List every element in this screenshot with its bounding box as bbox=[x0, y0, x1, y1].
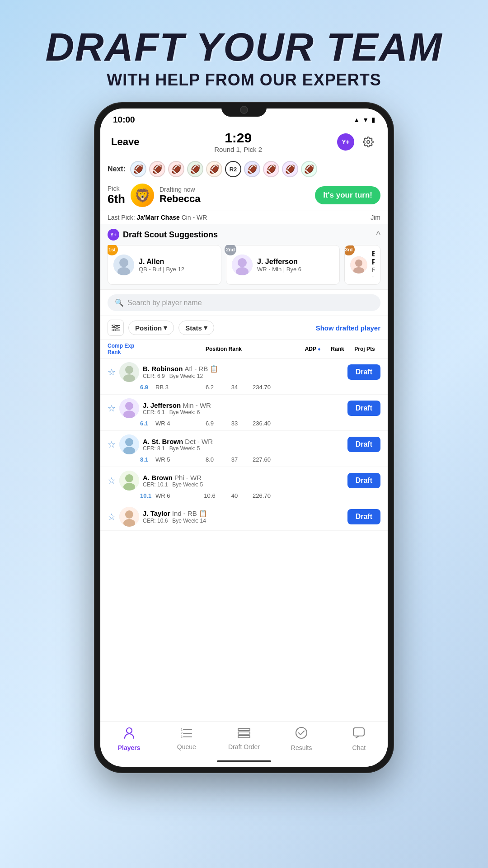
player-row-top-taylor: ☆ J. Taylor Ind - RB 📋 CER: 10.6 Bye Wee… bbox=[108, 507, 380, 527]
scout-card-3[interactable]: 3rd B. R... RB - bbox=[344, 245, 380, 285]
star-icon-abrown[interactable]: ☆ bbox=[108, 475, 116, 486]
player-cer-robinson: CER: 6.9 Bye Week: 12 bbox=[143, 373, 344, 379]
player-photo-robinson bbox=[119, 362, 139, 382]
svg-rect-39 bbox=[238, 732, 250, 734]
pick-info: Pick 6th bbox=[108, 185, 125, 206]
helmet-1[interactable]: 🏈 bbox=[130, 161, 146, 177]
star-icon-robinson[interactable]: ☆ bbox=[108, 367, 116, 377]
player-row-taylor: ☆ J. Taylor Ind - RB 📋 CER: 10.6 Bye Wee… bbox=[100, 503, 388, 531]
header-subtitle: WITH HELP FROM OUR EXPERTS bbox=[45, 71, 442, 90]
scout-player-name-3: B. R... bbox=[372, 250, 375, 266]
proj-robinson: 234.70 bbox=[246, 384, 277, 391]
helmet-8[interactable]: 🏈 bbox=[282, 161, 298, 177]
leave-button[interactable]: Leave bbox=[111, 136, 139, 148]
helmet-3[interactable]: 🏈 bbox=[168, 161, 184, 177]
svg-point-8 bbox=[355, 259, 362, 267]
wifi-icon: ▼ bbox=[362, 116, 369, 123]
status-icons: ▲ ▼ ▮ bbox=[353, 116, 375, 123]
players-label: Players bbox=[118, 744, 141, 751]
filter-icon-button[interactable] bbox=[108, 320, 124, 336]
player-list: ☆ B. Robinson Atl - RB 📋 CER: 6.9 Bye We… bbox=[100, 359, 388, 722]
player-main-jefferson: J. Jefferson Min - WR CER: 6.1 Bye Week:… bbox=[143, 401, 344, 415]
scout-player-details-3: RB - bbox=[372, 266, 375, 280]
round-info: Round 1, Pick 2 bbox=[214, 146, 262, 153]
position-chevron-icon: ▾ bbox=[164, 324, 167, 332]
helmet-2[interactable]: 🏈 bbox=[149, 161, 165, 177]
helmet-4[interactable]: 🏈 bbox=[187, 161, 203, 177]
header: DRAFT YOUR TEAM WITH HELP FROM OUR EXPER… bbox=[45, 27, 442, 90]
star-icon-jefferson[interactable]: ☆ bbox=[108, 403, 116, 414]
nav-icons: Y+ bbox=[337, 133, 377, 151]
player-team-robinson: Atl - RB bbox=[185, 365, 208, 373]
svg-text:3: 3 bbox=[181, 735, 183, 738]
camera bbox=[240, 106, 248, 114]
mascot-icon: 🦁 bbox=[131, 184, 154, 207]
player-name-taylor: J. Taylor Ind - RB 📋 bbox=[143, 509, 344, 518]
bottom-nav: Players 1 2 3 Queue bbox=[100, 722, 388, 758]
nav-results[interactable]: Results bbox=[283, 726, 319, 751]
player-row-top-stbrown: ☆ A. St. Brown Det - WR CER: 8.1 Bye Wee… bbox=[108, 434, 380, 454]
queue-label: Queue bbox=[177, 743, 196, 750]
show-drafted-button[interactable]: Show drafted player bbox=[316, 324, 380, 332]
helmet-5[interactable]: 🏈 bbox=[206, 161, 222, 177]
gear-button[interactable] bbox=[360, 133, 377, 151]
rank-badge-1: 1st bbox=[108, 245, 118, 255]
draft-button-stbrown[interactable]: Draft bbox=[347, 437, 380, 452]
stats-filter-button[interactable]: Stats ▾ bbox=[178, 321, 214, 335]
pick-label: Pick bbox=[108, 185, 119, 192]
collapse-button[interactable]: ^ bbox=[376, 230, 380, 240]
nav-players[interactable]: Players bbox=[111, 726, 147, 751]
proj-jefferson: 236.40 bbox=[246, 420, 277, 427]
proj-stbrown: 227.60 bbox=[246, 456, 277, 463]
next-label: Next: bbox=[108, 165, 126, 173]
star-icon-taylor[interactable]: ☆ bbox=[108, 511, 116, 522]
scout-card-2[interactable]: 2nd J. Jefferson WR - Min | Bye 6 bbox=[226, 245, 340, 285]
helmet-9[interactable]: 🏈 bbox=[301, 161, 317, 177]
last-pick-user: Jim bbox=[371, 214, 380, 221]
search-placeholder: Search by player name bbox=[127, 299, 202, 307]
phone-frame: 10:00 ▲ ▼ ▮ Leave 1:29 Round 1, Pick 2 Y… bbox=[95, 103, 393, 772]
scout-card-1[interactable]: 1st J. Allen QB - Buf | Bye 12 bbox=[108, 245, 221, 285]
yplus-button[interactable]: Y+ bbox=[337, 133, 354, 151]
player-row-stbrown: ☆ A. St. Brown Det - WR CER: 8.1 Bye Wee… bbox=[100, 431, 388, 467]
player-row-jefferson: ☆ J. Jefferson Min - WR CER: 6.1 Bye Wee… bbox=[100, 395, 388, 431]
search-bar[interactable]: 🔍 Search by player name bbox=[108, 294, 380, 311]
helmet-7[interactable]: 🏈 bbox=[263, 161, 279, 177]
player-photo-jefferson bbox=[119, 398, 139, 418]
player-stats-jefferson: 6.1 WR 4 6.9 33 236.40 bbox=[108, 420, 380, 427]
rank-stbrown: 37 bbox=[223, 456, 246, 463]
draft-button-robinson[interactable]: Draft bbox=[347, 364, 380, 380]
scout-player-name-2: J. Jefferson bbox=[257, 258, 301, 266]
home-indicator bbox=[100, 758, 388, 767]
your-turn-button[interactable]: It's your turn! bbox=[315, 186, 380, 204]
player-name-jefferson: J. Jefferson Min - WR bbox=[143, 401, 344, 409]
rank-abrown: 40 bbox=[223, 492, 246, 499]
col-comp-exp[interactable]: Comp Exp Rank bbox=[108, 343, 148, 355]
draft-button-abrown[interactable]: Draft bbox=[347, 473, 380, 488]
phone-screen: 10:00 ▲ ▼ ▮ Leave 1:29 Round 1, Pick 2 Y… bbox=[100, 108, 388, 767]
draft-button-jefferson[interactable]: Draft bbox=[347, 401, 380, 416]
position-filter-button[interactable]: Position ▾ bbox=[128, 321, 174, 335]
player-row-top-abrown: ☆ A. Brown Phi - WR CER: 10.1 Bye Week: … bbox=[108, 471, 380, 491]
player-main-stbrown: A. St. Brown Det - WR CER: 8.1 Bye Week:… bbox=[143, 438, 344, 452]
svg-rect-42 bbox=[353, 728, 364, 736]
svg-point-2 bbox=[119, 258, 128, 267]
svg-point-15 bbox=[114, 329, 116, 331]
stats-chevron-icon: ▾ bbox=[204, 324, 207, 332]
nav-chat[interactable]: Chat bbox=[341, 726, 377, 751]
svg-point-0 bbox=[367, 141, 370, 143]
search-container: 🔍 Search by player name bbox=[100, 290, 388, 316]
scout-header: Y+ Draft Scout Suggestions ^ bbox=[108, 229, 380, 241]
helmet-6[interactable]: 🏈 bbox=[244, 161, 260, 177]
cer-val-jefferson: 6.1 bbox=[140, 420, 155, 427]
cer-val-robinson: 6.9 bbox=[140, 384, 155, 391]
cer-val-abrown: 10.1 bbox=[140, 492, 155, 499]
star-icon-stbrown[interactable]: ☆ bbox=[108, 439, 116, 450]
draft-button-taylor[interactable]: Draft bbox=[347, 509, 380, 524]
results-icon bbox=[295, 726, 308, 742]
stats-label: Stats bbox=[185, 324, 202, 332]
nav-draft-order[interactable]: Draft Order bbox=[226, 727, 262, 750]
player-main-taylor: J. Taylor Ind - RB 📋 CER: 10.6 Bye Week:… bbox=[143, 509, 344, 524]
nav-queue[interactable]: 1 2 3 Queue bbox=[169, 728, 205, 750]
scout-title-row: Y+ Draft Scout Suggestions bbox=[108, 229, 218, 241]
